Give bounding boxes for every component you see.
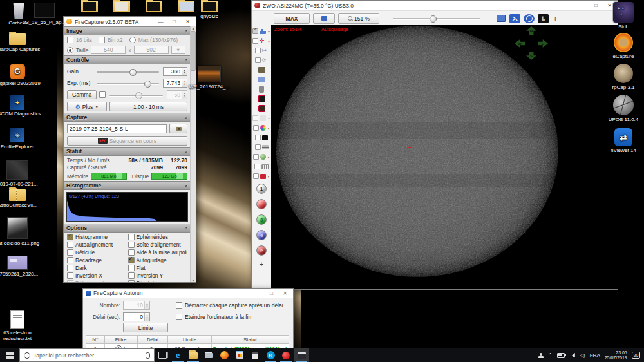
- zoom-slider[interactable]: [392, 15, 482, 22]
- gamma-slider[interactable]: [108, 91, 164, 99]
- gain-spinner[interactable]: 360▲▼: [163, 67, 187, 76]
- option-inversion-y[interactable]: Inversion Y: [128, 272, 188, 279]
- flat-frame-toggle[interactable]: [255, 142, 269, 152]
- desktop-icon-celestron-txt[interactable]: 63 celestron reducteur.txt: [0, 310, 41, 341]
- taskbar-calculator-button[interactable]: [247, 348, 263, 362]
- delai-spinner[interactable]: 0▲▼: [123, 312, 150, 321]
- shutdown-checkbox[interactable]: [176, 314, 182, 320]
- black-frame-toggle[interactable]: [255, 133, 268, 142]
- snapshot-button[interactable]: [169, 124, 187, 133]
- taskbar-store-button[interactable]: [232, 348, 247, 362]
- height-field[interactable]: 502: [134, 46, 169, 54]
- desktop-icon-teamviewer[interactable]: ⇄ nViewer 14: [604, 128, 643, 153]
- tray-expand-icon[interactable]: ⌃: [548, 352, 553, 358]
- autorun-titlebar[interactable]: FireCapture Autorun — □ ✕: [83, 289, 293, 298]
- desktop-icon-firecapture[interactable]: eCapture: [604, 33, 643, 59]
- guide-target-toggle[interactable]: ✛▼: [252, 36, 270, 46]
- desktop-icon-sharpcap-captures[interactable]: SharpCap Captures: [0, 33, 41, 52]
- task-view-button[interactable]: [155, 348, 170, 362]
- desktop-icon-wp-photo[interactable]: WP_20190724_...: [185, 66, 233, 90]
- option-dark[interactable]: Dark: [67, 265, 127, 271]
- timer-icon[interactable]: [524, 14, 535, 23]
- filename-input[interactable]: 2019-07-25-2104_5-S-L: [67, 124, 167, 133]
- option-aide-mise-au-point[interactable]: Aide à la mise au point: [128, 249, 188, 256]
- filter-button-2[interactable]: 2: [256, 245, 267, 256]
- minimize-button[interactable]: —: [577, 1, 588, 10]
- scroll-down-icon[interactable]: ▼: [192, 278, 195, 282]
- option-autoguidage[interactable]: Autoguidage: [128, 257, 188, 263]
- taskbar-explorer-button[interactable]: [185, 348, 201, 362]
- minimize-button[interactable]: —: [252, 289, 263, 298]
- section-header-controle[interactable]: Contrôle»: [64, 55, 191, 64]
- collapse-icon[interactable]: »: [185, 59, 189, 61]
- target-overlay-button[interactable]: [258, 104, 265, 113]
- section-header-histogramme[interactable]: Histogramme»: [64, 181, 191, 190]
- filter-button-1[interactable]: 1: [256, 184, 267, 194]
- limite-button[interactable]: Limite: [123, 323, 168, 332]
- 16bits-checkbox[interactable]: [67, 37, 73, 43]
- desktop-icon-67059261[interactable]: 67059261_2328...: [0, 256, 41, 277]
- camera-preview-canvas[interactable]: Zoom: 151% Autoguidage N S W E: [271, 25, 618, 289]
- gain-slider[interactable]: [95, 68, 160, 75]
- desktop-icon-sharpcap[interactable]: rpCap 3.1: [604, 64, 643, 90]
- collapse-icon[interactable]: »: [185, 116, 189, 119]
- plus-button[interactable]: ⚙Plus▼: [67, 102, 107, 111]
- exp-spinner[interactable]: 7.743▲▼: [163, 79, 187, 88]
- section-header-image[interactable]: Image»: [64, 26, 191, 35]
- record-toggle[interactable]: ▼: [253, 171, 270, 181]
- col-header[interactable]: Filtre: [104, 336, 137, 344]
- battery-icon[interactable]: [557, 353, 565, 358]
- desktop-icon-ascom-diagnostics[interactable]: ✦ ASCOM Diagnostics: [0, 95, 41, 117]
- wifi-icon[interactable]: [569, 353, 575, 357]
- desktop-icon-gigapixel[interactable]: G Gigapixel 29032019: [0, 64, 41, 86]
- search-input[interactable]: Taper ici pour rechercher: [19, 348, 155, 362]
- size-dropdown[interactable]: ▾: [171, 46, 185, 54]
- option-derotation[interactable]: Dérotation: [128, 280, 188, 282]
- people-icon[interactable]: [538, 353, 544, 358]
- taskbar-firecapture-button[interactable]: [278, 348, 294, 362]
- maximize-button[interactable]: □: [591, 1, 601, 10]
- desktop-icon-sat-ecleido[interactable]: sat ecleido c11.png: [0, 217, 41, 246]
- south-arrow-icon[interactable]: S: [526, 52, 536, 60]
- zwo-titlebar[interactable]: ZWO ASI224MC (T=35.0 °C) USB3.0 — □ ✕: [252, 1, 618, 11]
- option-flat[interactable]: Flat: [128, 265, 188, 271]
- clock[interactable]: 23:05 25/07/2019: [605, 350, 627, 361]
- debayer-toggle[interactable]: ⟳: [255, 55, 269, 65]
- gamma-checkbox[interactable]: [99, 91, 106, 98]
- east-arrow-icon[interactable]: E: [538, 39, 548, 48]
- col-header[interactable]: Statut: [211, 336, 289, 344]
- save-folder-button[interactable]: [258, 75, 265, 84]
- vertical-scrollbar[interactable]: ▲▼: [190, 26, 196, 282]
- binx2-checkbox[interactable]: [99, 37, 105, 43]
- section-header-capture[interactable]: Capture»: [64, 113, 191, 122]
- col-header[interactable]: Limite: [168, 336, 211, 344]
- collapse-icon[interactable]: »: [185, 150, 189, 153]
- option-inversion-x[interactable]: Inversion X: [67, 272, 127, 279]
- zoom-level-button[interactable]: 151 %: [338, 13, 379, 24]
- taskbar-edge-button[interactable]: e: [170, 348, 185, 362]
- record-button[interactable]: REC Séquence en cours: [67, 136, 187, 146]
- option-autoalignement[interactable]: Autoalignement: [67, 242, 127, 248]
- taille-radio[interactable]: [67, 47, 73, 53]
- scrollbar-thumb[interactable]: [191, 31, 196, 71]
- option-recadrage[interactable]: Recadrage: [67, 257, 127, 263]
- microphone-icon[interactable]: [146, 352, 150, 359]
- option-reticule[interactable]: Réticule: [67, 249, 127, 256]
- display-icon[interactable]: [495, 14, 506, 23]
- taskbar-console-button[interactable]: [294, 348, 309, 362]
- maximize-button[interactable]: □: [169, 17, 180, 26]
- add-filter-button[interactable]: +: [260, 260, 263, 268]
- desktop-icon-capture-file[interactable]: 23_19_55_l4_ap...: [21, 3, 68, 25]
- filter-button-red[interactable]: [256, 199, 267, 209]
- live-view-icon[interactable]: ⋋: [509, 14, 520, 23]
- collapse-icon[interactable]: »: [185, 227, 189, 229]
- planet-toggle[interactable]: ▼: [253, 152, 270, 162]
- filter-button-3[interactable]: 3: [256, 214, 267, 225]
- gamma-spinner[interactable]: 50▲▼: [167, 90, 187, 99]
- desktop-icon-jupos[interactable]: UPOS 11.0.4: [604, 95, 643, 122]
- firecapture-titlebar[interactable]: FireCapture v2.5.07 BETA — □ ✕: [64, 17, 196, 27]
- delete-button[interactable]: [259, 84, 264, 94]
- collapse-icon[interactable]: »: [185, 184, 189, 187]
- minimize-button[interactable]: —: [155, 17, 166, 26]
- scroll-up-icon[interactable]: ▲: [192, 26, 195, 30]
